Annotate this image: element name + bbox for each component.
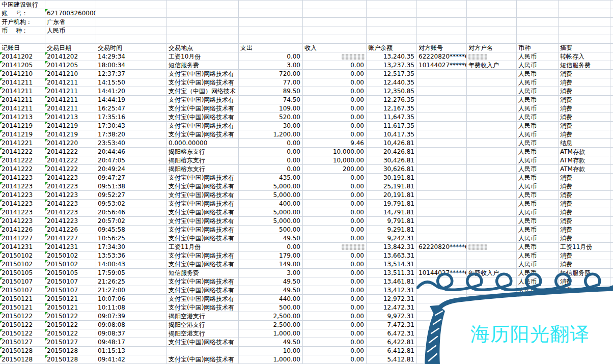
cell-balance[interactable]: 9,291.81 [367,226,417,234]
cell-name[interactable] [467,312,517,321]
cell-name[interactable] [467,104,517,113]
cell-account[interactable] [417,122,467,130]
cell-posting-date[interactable]: 20141211 [0,104,45,113]
cell-income[interactable]: 0.00 [303,122,367,130]
cell-balance[interactable]: 9,242.31 [367,234,417,243]
cell-trans-date[interactable]: 20141210 [45,70,96,78]
cell-currency[interactable]: 人民币 [517,269,559,277]
cell-summary[interactable]: 消费 [559,200,610,208]
cell-posting-date[interactable]: 20150128 [0,347,45,355]
column-header[interactable]: 支出 [239,44,303,52]
cell[interactable] [517,35,559,44]
cell-name[interactable] [467,303,517,312]
cell-balance[interactable]: 12,972.31 [367,295,417,303]
cell-currency[interactable] [517,312,559,321]
cell-summary[interactable]: 短信服务费 [559,61,610,70]
cell-balance[interactable]: 6,422.81 [367,338,417,347]
cell-income[interactable]: 0.00 [303,70,367,78]
cell-summary[interactable]: 消费 [559,208,610,217]
cell-currency[interactable]: 人民币 [517,243,559,251]
cell-trans-date[interactable]: 20141205 [45,61,96,70]
cell-expense[interactable]: 109.00 [239,104,303,113]
cell-location[interactable]: 支付宝(中国)网络技术有 [167,122,239,130]
cell-location[interactable]: 支付宝(中国)网络技术有 [167,260,239,269]
cell-trans-date[interactable]: 20150121 [45,295,96,303]
cell-trans-date[interactable]: 20141226 [45,226,96,234]
cell[interactable] [303,18,367,26]
cell-summary[interactable] [559,303,610,312]
cell-expense[interactable]: 74.50 [239,96,303,104]
cell-name[interactable] [467,174,517,182]
cell[interactable] [559,1,610,9]
cell-income[interactable]: 0.00 [303,130,367,139]
cell-time[interactable]: 17:34:30 [96,243,167,251]
cell[interactable] [610,191,613,200]
cell-account[interactable] [417,148,467,156]
column-header[interactable]: 对方账号 [417,44,467,52]
cell-posting-date[interactable]: 20141221 [0,139,45,148]
cell[interactable] [239,26,303,35]
cell-posting-date[interactable]: 20141231 [0,243,45,251]
cell-location[interactable]: 支付宝(中国)网络技术有 [167,191,239,200]
cell-account[interactable] [417,87,467,96]
cell-balance[interactable]: 11,617.35 [367,122,417,130]
cell-account[interactable] [417,347,467,355]
cell-trans-date[interactable]: 20141211 [45,96,96,104]
cell[interactable] [96,1,167,9]
cell-income[interactable]: 0.00 [303,260,367,269]
cell[interactable] [367,26,417,35]
cell-trans-date[interactable]: 20141231 [45,243,96,251]
cell-posting-date[interactable]: 20150102 [0,251,45,260]
cell-summary[interactable]: ATM存款 [559,148,610,156]
cell-name[interactable] [467,70,517,78]
cell-time[interactable]: 14:15:50 [96,78,167,87]
cell-location[interactable] [167,347,239,355]
cell-name[interactable] [467,165,517,174]
cell-income[interactable] [303,52,367,61]
cell-income[interactable]: 0.00 [303,61,367,70]
cell-name[interactable] [467,217,517,226]
cell-time[interactable]: 09:51:38 [96,182,167,191]
cell[interactable] [167,9,239,18]
cell-name[interactable] [467,52,517,61]
cell-trans-date[interactable]: 20141219 [45,122,96,130]
cell-currency[interactable]: 人民币 [517,286,559,295]
cell[interactable] [610,156,613,165]
cell-trans-date[interactable]: 20150102 [45,251,96,260]
cell-income[interactable]: 200.00 [303,165,367,174]
cell-summary[interactable]: 工资11月份 [559,243,610,251]
cell-currency[interactable]: 人民币 [517,226,559,234]
cell[interactable] [417,9,467,18]
cell-balance[interactable]: 10,417.35 [367,130,417,139]
cell-posting-date[interactable]: 20141219 [0,130,45,139]
cell-time[interactable]: 20:47:05 [96,156,167,165]
cell[interactable] [517,26,559,35]
cell-currency[interactable] [517,355,559,364]
cell-currency[interactable]: 人民币 [517,182,559,191]
cell-expense[interactable]: 0.00 [239,156,303,165]
cell-summary[interactable]: 消费 [559,130,610,139]
cell-income[interactable]: 0.00 [303,87,367,96]
cell[interactable] [559,18,610,26]
cell-summary[interactable]: 消费 [559,113,610,122]
cell-posting-date[interactable]: 20141210 [0,70,45,78]
cell-time[interactable]: 09:52:27 [96,191,167,200]
cell-income[interactable]: 0.00 [303,234,367,243]
cell-currency[interactable]: 人民币 [517,217,559,226]
cell-expense[interactable]: 500.00 [239,226,303,234]
column-header[interactable]: 摘要 [559,44,610,52]
cell-name[interactable] [467,96,517,104]
cell-time[interactable]: 01:15:13 [96,347,167,355]
cell-location[interactable]: 支付宝(中国)网络技术有 [167,174,239,182]
cell-posting-date[interactable]: 20150107 [0,286,45,295]
cell-time[interactable]: 09:48:17 [96,338,167,347]
cell-trans-date[interactable]: 20141222 [45,165,96,174]
cell-expense[interactable]: 435.00 [239,174,303,182]
cell-account[interactable] [417,96,467,104]
cell-name[interactable] [467,295,517,303]
cell-expense[interactable]: 0.00 [239,165,303,174]
column-header[interactable]: 对方户名 [467,44,517,52]
cell-account[interactable]: 10144027*****62 [417,61,467,70]
cell-name[interactable] [467,277,517,286]
cell-summary[interactable]: 消费 [559,277,610,286]
